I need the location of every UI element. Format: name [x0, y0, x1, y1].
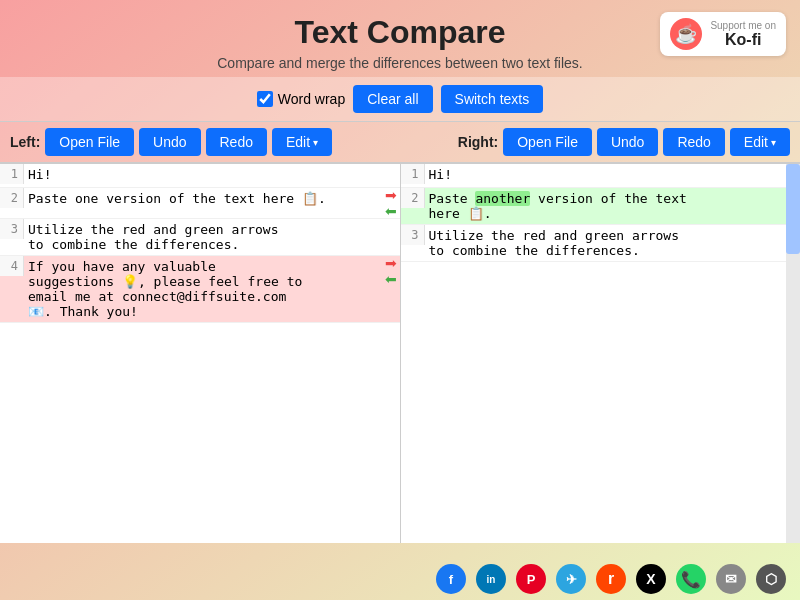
left-controls: Left: Open File Undo Redo Edit	[10, 128, 332, 156]
right-undo-button[interactable]: Undo	[597, 128, 658, 156]
line-content: Utilize the red and green arrows to comb…	[24, 219, 400, 255]
left-panel-label: Left:	[10, 134, 40, 150]
diff-highlight: another	[475, 191, 530, 206]
line-number: 4	[0, 256, 24, 276]
left-diff-panel[interactable]: 1 Hi! 2 Paste one version of the text he…	[0, 164, 401, 543]
whatsapp-icon[interactable]: 📞	[676, 564, 706, 594]
line-content: Hi!	[24, 164, 400, 185]
table-row: 1 Hi!	[401, 164, 801, 188]
clear-all-button[interactable]: Clear all	[353, 85, 432, 113]
scrollbar[interactable]	[786, 164, 800, 543]
right-edit-button[interactable]: Edit	[730, 128, 790, 156]
reddit-icon[interactable]: r	[596, 564, 626, 594]
arrow-right-button[interactable]: ➡	[385, 256, 397, 270]
line-number: 3	[0, 219, 24, 239]
line-content: Paste another version of the text here 📋…	[425, 188, 801, 224]
line-content: If you have any valuable suggestions 💡, …	[24, 256, 382, 322]
kofi-name-label: Ko-fi	[710, 31, 776, 49]
linkedin-icon[interactable]: in	[476, 564, 506, 594]
kofi-support-label: Support me on	[710, 20, 776, 31]
kofi-icon: ☕	[670, 18, 702, 50]
table-row: 4 If you have any valuable suggestions 💡…	[0, 256, 400, 323]
kofi-text: Support me on Ko-fi	[710, 20, 776, 49]
facebook-icon[interactable]: f	[436, 564, 466, 594]
right-redo-button[interactable]: Redo	[663, 128, 724, 156]
arrow-left-button[interactable]: ⬅	[385, 272, 397, 286]
left-redo-button[interactable]: Redo	[206, 128, 267, 156]
line-number: 2	[0, 188, 24, 208]
line-content: Utilize the red and green arrows to comb…	[425, 225, 801, 261]
right-diff-panel[interactable]: 1 Hi! 2 Paste another version of the tex…	[401, 164, 801, 543]
right-panel-label: Right:	[458, 134, 498, 150]
share-icon[interactable]: ⬡	[756, 564, 786, 594]
table-row: 3 Utilize the red and green arrows to co…	[0, 219, 400, 256]
left-edit-button[interactable]: Edit	[272, 128, 332, 156]
line-number: 1	[0, 164, 24, 184]
word-wrap-text: Word wrap	[278, 91, 345, 107]
kofi-badge[interactable]: ☕ Support me on Ko-fi	[660, 12, 786, 56]
panels-header: Left: Open File Undo Redo Edit Right: Op…	[0, 122, 800, 163]
app-subtitle: Compare and merge the differences betwee…	[10, 55, 790, 71]
diff-area: 1 Hi! 2 Paste one version of the text he…	[0, 163, 800, 543]
table-row: 3 Utilize the red and green arrows to co…	[401, 225, 801, 262]
line-number: 3	[401, 225, 425, 245]
pinterest-icon[interactable]: P	[516, 564, 546, 594]
toolbar: Word wrap Clear all Switch texts	[0, 77, 800, 122]
switch-texts-button[interactable]: Switch texts	[441, 85, 544, 113]
table-row: 2 Paste one version of the text here 📋. …	[0, 188, 400, 219]
line-arrows: ➡ ⬅	[382, 188, 400, 218]
word-wrap-label[interactable]: Word wrap	[257, 91, 345, 107]
footer-social: f in P ✈ r X 📞 ✉ ⬡	[0, 558, 800, 600]
telegram-icon[interactable]: ✈	[556, 564, 586, 594]
arrow-right-button[interactable]: ➡	[385, 188, 397, 202]
right-controls: Right: Open File Undo Redo Edit	[458, 128, 790, 156]
header: Text Compare Compare and merge the diffe…	[0, 0, 800, 77]
x-icon[interactable]: X	[636, 564, 666, 594]
table-row: 1 Hi!	[0, 164, 400, 188]
line-number: 1	[401, 164, 425, 184]
scrollbar-thumb	[786, 164, 800, 254]
right-open-file-button[interactable]: Open File	[503, 128, 592, 156]
line-arrows: ➡ ⬅	[382, 256, 400, 286]
left-open-file-button[interactable]: Open File	[45, 128, 134, 156]
line-content: Hi!	[425, 164, 801, 185]
line-content: Paste one version of the text here 📋.	[24, 188, 382, 209]
line-number: 2	[401, 188, 425, 208]
word-wrap-checkbox[interactable]	[257, 91, 273, 107]
left-undo-button[interactable]: Undo	[139, 128, 200, 156]
arrow-left-button[interactable]: ⬅	[385, 204, 397, 218]
table-row: 2 Paste another version of the text here…	[401, 188, 801, 225]
email-icon[interactable]: ✉	[716, 564, 746, 594]
